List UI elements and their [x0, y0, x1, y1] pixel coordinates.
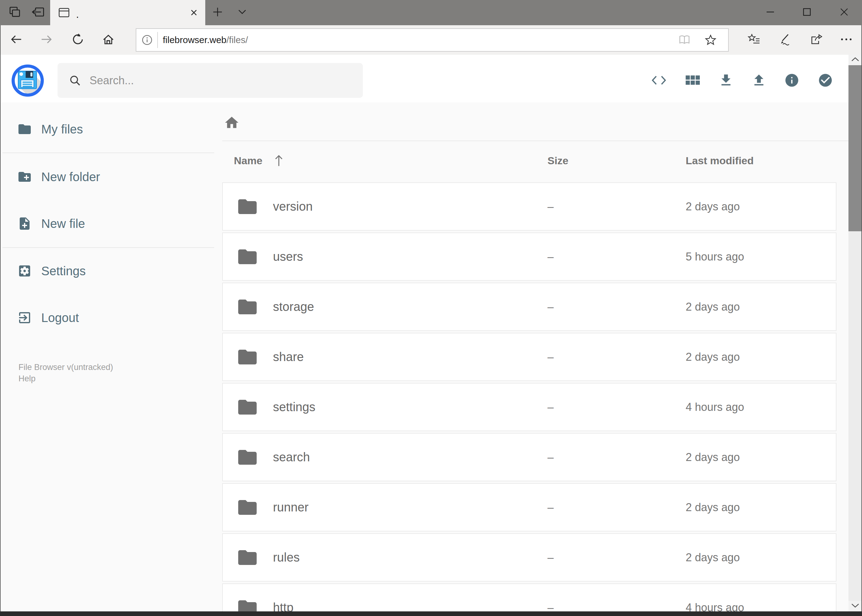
- grid-view-icon: [686, 75, 700, 87]
- favorite-star-icon[interactable]: [705, 34, 717, 46]
- column-header-size[interactable]: Size: [547, 155, 569, 167]
- switch-view-button[interactable]: [684, 72, 702, 90]
- home-icon: [102, 33, 115, 47]
- search-input[interactable]: Search...: [58, 63, 363, 98]
- file-row[interactable]: search – 2 days ago: [222, 433, 837, 481]
- tab-preview-button[interactable]: [6, 0, 24, 25]
- reading-view-icon[interactable]: [678, 35, 690, 46]
- share-icon: [809, 33, 823, 47]
- file-name: storage: [273, 300, 314, 314]
- file-row[interactable]: runner – 2 days ago: [222, 483, 837, 531]
- filebrowser-logo[interactable]: [11, 64, 44, 97]
- file-size: –: [547, 401, 554, 414]
- set-tabs-aside-button[interactable]: [28, 0, 48, 25]
- upload-button[interactable]: [750, 72, 768, 90]
- search-icon: [69, 74, 82, 87]
- close-icon: [840, 8, 848, 17]
- file-row[interactable]: users – 5 hours ago: [222, 233, 837, 281]
- app-header: Search...: [0, 55, 862, 102]
- file-modified: 2 days ago: [686, 350, 740, 363]
- sidebar-item-new-folder[interactable]: New folder: [0, 159, 216, 195]
- file-row[interactable]: settings – 4 hours ago: [222, 383, 837, 431]
- sidebar-item-settings[interactable]: Settings: [0, 253, 216, 289]
- maximize-button[interactable]: [797, 0, 817, 25]
- info-button[interactable]: [783, 72, 801, 90]
- folder-icon: [236, 547, 258, 569]
- folder-icon: [236, 346, 258, 368]
- column-header-name[interactable]: Name: [234, 155, 263, 167]
- file-size: –: [547, 451, 554, 464]
- more-menu-button[interactable]: [835, 25, 857, 55]
- file-name: users: [273, 250, 303, 264]
- help-link[interactable]: Help: [19, 373, 113, 384]
- file-modified: 2 days ago: [686, 501, 740, 514]
- file-modified: 4 hours ago: [686, 401, 744, 414]
- download-button[interactable]: [717, 72, 735, 90]
- file-row[interactable]: rules – 2 days ago: [222, 533, 837, 581]
- scroll-down-button[interactable]: [848, 601, 862, 611]
- sidebar-item-new-file[interactable]: New file: [0, 205, 216, 242]
- folder-icon: [236, 196, 258, 218]
- logout-icon: [17, 310, 32, 325]
- minimize-button[interactable]: [760, 0, 780, 25]
- info-icon: [784, 72, 799, 89]
- url-separator: [157, 32, 158, 48]
- forward-button[interactable]: [35, 25, 58, 55]
- scrollbar-thumb[interactable]: [848, 65, 862, 231]
- window-close-button[interactable]: [834, 0, 854, 25]
- sidebar-item-label: My files: [41, 123, 83, 136]
- file-size: –: [547, 300, 554, 313]
- chevron-up-icon: [851, 57, 860, 63]
- sidebar-item-my-files[interactable]: My files: [0, 111, 216, 148]
- page-icon: [58, 7, 70, 18]
- file-modified: 2 days ago: [686, 451, 740, 464]
- column-header-modified[interactable]: Last modified: [686, 155, 754, 167]
- app-body: My files New folder New file Settings: [0, 102, 862, 616]
- plus-icon: [212, 7, 223, 19]
- home-button[interactable]: [97, 25, 120, 55]
- file-size: –: [547, 350, 554, 363]
- url-path: /files/: [227, 35, 248, 45]
- share-button[interactable]: [805, 25, 827, 55]
- site-info-icon[interactable]: [141, 34, 153, 46]
- file-size: –: [547, 551, 554, 564]
- file-row[interactable]: version – 2 days ago: [222, 182, 837, 231]
- new-file-icon: [17, 216, 32, 231]
- hub-favorites-button[interactable]: [743, 25, 765, 55]
- sidebar-item-label: New file: [41, 217, 85, 231]
- sort-ascending-icon[interactable]: [273, 154, 285, 168]
- sidebar-divider: [2, 247, 214, 248]
- tab-list-button[interactable]: [234, 0, 250, 25]
- refresh-button[interactable]: [67, 25, 89, 55]
- file-modified: 2 days ago: [686, 200, 740, 213]
- upload-icon: [751, 72, 767, 89]
- address-bar[interactable]: filebrowser.web/files/: [136, 28, 729, 52]
- file-row[interactable]: share – 2 days ago: [222, 333, 837, 381]
- sidebar-item-logout[interactable]: Logout: [0, 299, 216, 336]
- folder-icon: [236, 246, 258, 268]
- file-row[interactable]: storage – 2 days ago: [222, 283, 837, 331]
- file-name: rules: [273, 550, 300, 564]
- back-button[interactable]: [5, 25, 27, 55]
- select-multiple-button[interactable]: [816, 72, 835, 90]
- web-note-button[interactable]: [774, 25, 796, 55]
- window-border-left: [0, 25, 1, 616]
- browser-tab[interactable]: .: [50, 0, 205, 25]
- file-modified: 2 days ago: [686, 300, 740, 313]
- maximize-icon: [803, 8, 811, 17]
- folder-icon: [17, 122, 32, 137]
- back-arrow-icon: [10, 33, 23, 47]
- raw-view-button[interactable]: [650, 72, 668, 90]
- file-name: runner: [273, 500, 309, 514]
- file-size: –: [547, 501, 554, 514]
- page-scrollbar[interactable]: [848, 55, 862, 611]
- settings-gear-icon: [17, 264, 32, 278]
- file-name: settings: [273, 400, 315, 414]
- new-tab-button[interactable]: [210, 0, 225, 25]
- refresh-icon: [71, 33, 85, 47]
- breadcrumb-home-icon[interactable]: [224, 115, 240, 131]
- pen-icon: [778, 33, 791, 47]
- scroll-up-button[interactable]: [848, 55, 862, 65]
- hub-icon: [747, 33, 761, 47]
- tab-close-icon[interactable]: [189, 8, 199, 17]
